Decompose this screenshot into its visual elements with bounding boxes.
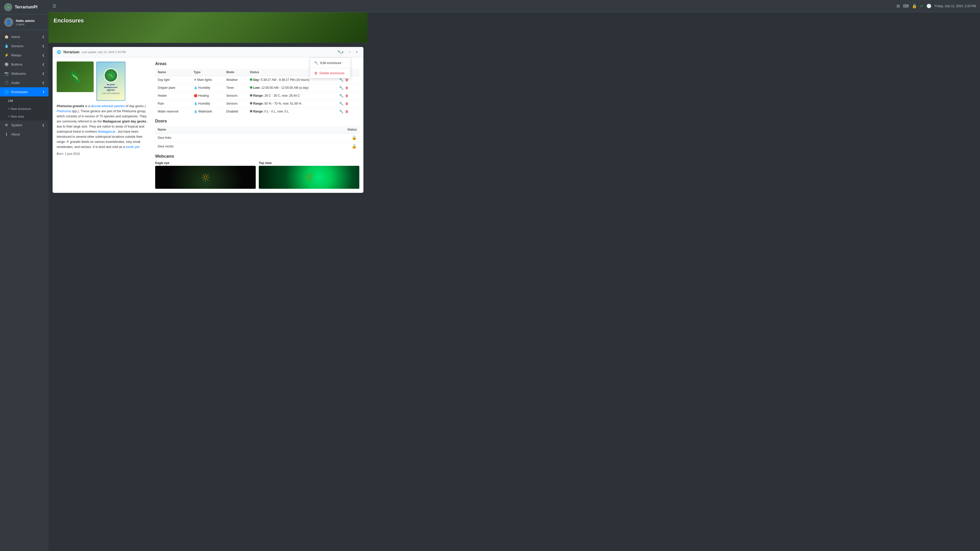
card-title: Terrarium	[63, 50, 80, 54]
area-actions: 🔧 🗑	[337, 100, 360, 108]
action-icons: 🔧 🗑	[339, 86, 357, 90]
card-close-button[interactable]: ×	[354, 49, 360, 55]
delete-area-button[interactable]: 🗑	[345, 110, 348, 114]
col-mode: Mode	[224, 68, 247, 76]
home-icon: 🏠	[4, 35, 9, 39]
lock-icon: 🔒	[352, 135, 357, 140]
edit-area-button[interactable]: 🔧	[339, 110, 344, 114]
card-header: 🌐 Terrarium Last update: July 12, 2024 2…	[52, 47, 363, 57]
card-minimize-button[interactable]: −	[347, 49, 352, 55]
buttons-icon: 🔘	[4, 62, 9, 66]
sidebar-item-list[interactable]: List	[0, 97, 48, 105]
webcams-icon: 📷	[4, 71, 9, 76]
delete-area-button[interactable]: 🗑	[345, 78, 348, 82]
delete-area-button[interactable]: 🗑	[345, 94, 348, 98]
area-name: Water reservoir	[155, 108, 191, 116]
sidebar-item-about[interactable]: ℹ About	[0, 130, 48, 139]
edit-area-button[interactable]: 🔧	[339, 78, 344, 82]
table-row: Deur links 🔒	[155, 133, 360, 142]
sidebar-item-webcams[interactable]: 📷 Webcams ❮	[0, 69, 48, 78]
new-area-button[interactable]: + New area	[0, 113, 48, 121]
relays-arrow: ❮	[42, 54, 45, 57]
desc-is-a: is a	[85, 104, 91, 108]
lock-icon: 🔒	[352, 144, 357, 148]
status-indicator	[250, 110, 252, 113]
topbar: ☰ ⊞ ⌨ 🔒 ✔ 🕐 Friday, July 12, 2024, 2:33 …	[48, 0, 368, 12]
door-status: 🔒	[276, 142, 360, 151]
desc-phelsuma2: Phelsuma	[122, 110, 136, 113]
delete-area-button[interactable]: 🗑	[345, 102, 348, 106]
new-enclosure-button[interactable]: + New enclosure	[0, 105, 48, 113]
hero-background: Enclosures	[48, 12, 368, 43]
hamburger-icon[interactable]: ☰	[52, 3, 56, 8]
about-icon: ℹ	[4, 132, 9, 136]
enclosure-grid: 🦎 🦎 de groteMadagascard-aggekko 1 juni 2…	[57, 62, 360, 189]
brand: 🦎 TerrariumPI	[0, 0, 48, 14]
edit-label: Edit enclosure	[320, 61, 341, 65]
sidebar-item-buttons[interactable]: 🔘 Buttons ❮	[0, 60, 48, 69]
delete-enclosure-menu-item[interactable]: 🗑 Delete enclosure	[310, 69, 350, 77]
webcam-top-view-image: 🌿	[259, 166, 360, 189]
user-name: Hello admin	[16, 19, 35, 23]
desc-p-grandis: P. grandis	[67, 140, 81, 144]
home-arrow: ❮	[42, 35, 45, 38]
card-header-left: 🌐 Terrarium Last update: July 12, 2024 2…	[57, 50, 126, 54]
area-type: 💧 Watertank	[191, 108, 224, 116]
relays-icon: ⚡	[4, 53, 9, 57]
doors-table-body: Deur links 🔒 Deur rechts 🔒	[155, 133, 360, 151]
system-icon: ⚙	[4, 123, 9, 127]
action-icons: 🔧 🗑	[339, 102, 357, 106]
audio-arrow: ❮	[42, 81, 45, 84]
enclosure-main-image: 🦎	[57, 62, 94, 92]
door-name: Deur links	[155, 133, 276, 142]
sidebar-item-audio[interactable]: 🎵 Audio ❮	[0, 78, 48, 87]
sidebar: 🦎 TerrariumPI 👤 Hello admin Logout 🏠 Hom…	[0, 0, 48, 206]
webcam-top-view: Top view 🌿	[259, 161, 360, 189]
audio-icon: 🎵	[4, 81, 9, 85]
link-madagascar[interactable]: Madagascar	[98, 130, 116, 133]
edit-area-button[interactable]: 🔧	[339, 94, 344, 98]
enclosure-description: Phelsuma grandis is a diurnal arboreal s…	[57, 103, 151, 156]
link-exotic-pet[interactable]: exotic pet	[126, 145, 140, 149]
edit-area-button[interactable]: 🔧	[339, 102, 344, 106]
desc-of-day: of day gecko (	[126, 104, 146, 108]
area-name: Dripper plant	[155, 84, 191, 92]
webcams-grid: Eagle eye 🔆 Top view 🌿	[155, 161, 360, 189]
desc-madagascar-bold: Madagascar giant day gecko	[103, 120, 146, 123]
webcams-section: Webcams Eagle eye 🔆 Top view	[155, 154, 360, 189]
type-icon: ☀	[194, 78, 197, 82]
poster-date: 1 juni 2010 (nakweek)	[102, 92, 120, 94]
sidebar-item-enclosures[interactable]: 🌐 Enclosures ▾	[0, 87, 48, 97]
area-type: ☀ Main lights	[191, 76, 224, 84]
avatar: 👤	[4, 17, 13, 27]
webcam-top-view-label: Top view	[259, 161, 360, 165]
door-name: Deur rechts	[155, 142, 276, 151]
area-actions: 🔧 🗑	[337, 92, 360, 100]
webcams-arrow: ❮	[42, 72, 45, 75]
delete-area-button[interactable]: 🗑	[345, 86, 348, 90]
area-actions: 🔧 🗑	[337, 108, 360, 116]
sidebar-item-home[interactable]: 🏠 Home ❮	[0, 32, 48, 41]
area-mode: Timer	[224, 84, 247, 92]
col-name: Name	[155, 68, 191, 76]
table-row: Rain 💧 Humidity Sensors Range: 60 % - 70…	[155, 100, 360, 108]
type-icon: 💧	[194, 102, 197, 105]
edit-icon: 🔧	[314, 61, 318, 65]
logout-link[interactable]: Logout	[16, 23, 35, 26]
edit-area-button[interactable]: 🔧	[339, 86, 344, 90]
link-phelsuma[interactable]: Phelsuma	[57, 110, 71, 113]
user-details: Hello admin Logout	[16, 19, 35, 26]
card-wrench-button[interactable]: 🔧▾	[336, 49, 345, 55]
enclosure-left: 🦎 🦎 de groteMadagascard-aggekko 1 juni 2…	[57, 62, 151, 189]
webcam-eagle-eye: Eagle eye 🔆	[155, 161, 256, 189]
edit-enclosure-menu-item[interactable]: 🔧 Edit enclosure	[310, 59, 350, 67]
link-diurnal[interactable]: diurnal arboreal species	[91, 104, 125, 108]
sidebar-nav: 🏠 Home ❮ 💧 Sensors ❮ ⚡ Relays ❮ 🔘 Button…	[0, 30, 48, 206]
areas-table-body: Day light ☀ Main lights Weather Day: 5:3…	[155, 76, 360, 116]
enclosure-poster: 🦎 de groteMadagascard-aggekko 1 juni 201…	[96, 62, 126, 101]
sidebar-item-relays[interactable]: ⚡ Relays ❮	[0, 51, 48, 60]
desc-spp: spp.). These geckos are part of the	[72, 110, 122, 113]
sidebar-item-sensors[interactable]: 💧 Sensors ❮	[0, 41, 48, 51]
webcams-title: Webcams	[155, 154, 360, 159]
sidebar-item-system[interactable]: ⚙ System ❮	[0, 121, 48, 130]
